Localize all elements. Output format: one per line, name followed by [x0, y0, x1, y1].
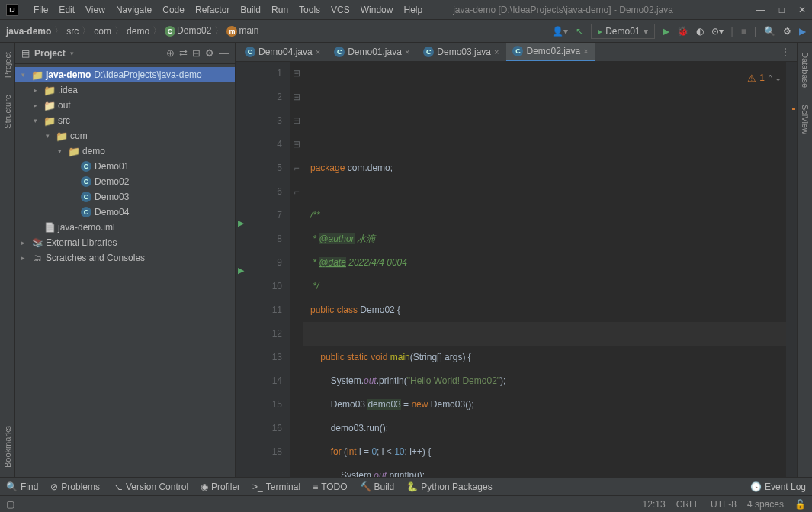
- right-tool-strip: DatabaseSciView: [797, 43, 812, 477]
- line-gutter: 1234567891011121314151618: [248, 62, 290, 477]
- toolbar-actions: 👤▾ ↖ ▸Demo01▾ ▶ 🐞 ◐ ⊙▾ | ■ | 🔍 ⚙ ▶: [552, 24, 806, 39]
- close-button[interactable]: ✕: [798, 5, 806, 15]
- stop-icon[interactable]: ■: [741, 26, 746, 37]
- hide-icon[interactable]: —: [219, 47, 229, 59]
- debug-icon[interactable]: 🐞: [677, 26, 688, 37]
- tree-item[interactable]: ▸.idea: [15, 82, 235, 98]
- tree-item[interactable]: ▾src: [15, 113, 235, 128]
- menu-edit[interactable]: Edit: [54, 3, 79, 17]
- close-tab-icon[interactable]: ×: [405, 47, 409, 56]
- rail-project[interactable]: Project: [3, 49, 12, 81]
- coverage-icon[interactable]: ◐: [696, 26, 704, 37]
- menu-view[interactable]: View: [81, 3, 110, 17]
- close-tab-icon[interactable]: ×: [494, 47, 499, 56]
- tree-item[interactable]: ▾java-demo D:\IdeaProjects\java-demo: [15, 67, 235, 82]
- menu-vcs[interactable]: VCS: [326, 3, 355, 17]
- profile-icon[interactable]: ⊙▾: [711, 26, 724, 37]
- readonly-icon[interactable]: 🔓: [794, 499, 806, 510]
- line-sep[interactable]: CRLF: [676, 499, 700, 510]
- run-config-selector[interactable]: ▸Demo01▾: [591, 24, 654, 39]
- run-gutter: ▶▶: [236, 62, 248, 477]
- bottom-python-packages[interactable]: 🐍Python Packages: [406, 481, 492, 492]
- build-icon[interactable]: ↖: [576, 26, 583, 37]
- settings-icon[interactable]: ⚙: [783, 26, 791, 37]
- breadcrumb-item[interactable]: mmain: [226, 25, 258, 37]
- encoding[interactable]: UTF-8: [711, 499, 737, 510]
- event-log-button[interactable]: 🕓Event Log: [750, 481, 806, 492]
- breadcrumb-item[interactable]: com: [94, 26, 111, 37]
- title-bar: IJ FileEditViewNavigateCodeRefactorBuild…: [0, 0, 812, 20]
- menu-code[interactable]: Code: [158, 3, 189, 17]
- panel-title: Project: [34, 48, 66, 59]
- project-view-icon: ▤: [21, 48, 30, 59]
- close-tab-icon[interactable]: ×: [316, 47, 320, 56]
- window-controls: — □ ✕: [756, 5, 806, 15]
- tab-options-icon[interactable]: ⋮: [780, 46, 791, 58]
- editor-tab[interactable]: CDemo04.java×: [239, 43, 326, 60]
- menu-help[interactable]: Help: [399, 3, 427, 17]
- breadcrumb-item[interactable]: CDemo02: [165, 25, 211, 37]
- bottom-terminal[interactable]: >_Terminal: [252, 481, 300, 492]
- tree-item[interactable]: ▸Scratches and Consoles: [15, 250, 235, 266]
- tree-item[interactable]: ▸out: [15, 98, 235, 113]
- tree-item[interactable]: CDemo01: [15, 159, 235, 174]
- menu-build[interactable]: Build: [236, 3, 265, 17]
- features-icon[interactable]: ▶: [799, 26, 806, 37]
- indent[interactable]: 4 spaces: [747, 499, 784, 510]
- toolbar: java-demo〉src〉com〉demo〉CDemo02〉mmain 👤▾ …: [0, 20, 812, 43]
- tree-item[interactable]: ▾com: [15, 128, 235, 143]
- tree-item[interactable]: java-demo.iml: [15, 220, 235, 235]
- editor[interactable]: ▶▶ 1234567891011121314151618 ⊟⊟⊟⊟⌐⌐ ⚠1 ^…: [236, 62, 797, 477]
- search-icon[interactable]: 🔍: [764, 26, 775, 37]
- main-menu: FileEditViewNavigateCodeRefactorBuildRun…: [29, 3, 427, 17]
- editor-tab[interactable]: CDemo03.java×: [417, 43, 505, 60]
- rail-structure[interactable]: Structure: [3, 92, 12, 132]
- bottom-find[interactable]: 🔍Find: [6, 481, 38, 492]
- close-tab-icon[interactable]: ×: [583, 47, 588, 56]
- editor-tab[interactable]: CDemo01.java×: [328, 43, 416, 60]
- tree-item[interactable]: CDemo04: [15, 204, 235, 220]
- menu-refactor[interactable]: Refactor: [191, 3, 234, 17]
- maximize-button[interactable]: □: [779, 5, 785, 15]
- app-logo: IJ: [6, 4, 18, 16]
- menu-tools[interactable]: Tools: [294, 3, 325, 17]
- code-area[interactable]: ⚠1 ^ ⌄ package com.demo; /** * @author 水…: [303, 62, 786, 477]
- breadcrumb-item[interactable]: src: [66, 26, 79, 37]
- editor-tab[interactable]: CDemo02.java×: [506, 43, 594, 61]
- tree-item[interactable]: ▾demo: [15, 143, 235, 159]
- tree-item[interactable]: CDemo02: [15, 174, 235, 189]
- gear-icon[interactable]: ⚙: [205, 47, 214, 59]
- breadcrumb-item[interactable]: demo: [127, 26, 149, 37]
- bottom-tool-bar: 🔍Find⊘Problems⌥Version Control◉Profiler>…: [0, 477, 812, 495]
- user-icon[interactable]: 👤▾: [552, 26, 568, 37]
- inspection-badge[interactable]: ⚠1: [747, 66, 765, 90]
- inspection-nav[interactable]: ^ ⌄: [769, 66, 782, 90]
- editor-scroll-marker-strip: [786, 62, 797, 477]
- breadcrumb: java-demo〉src〉com〉demo〉CDemo02〉mmain: [6, 24, 552, 37]
- window-title: java-demo [D:\IdeaProjects\java-demo] - …: [438, 5, 746, 15]
- rail-sciview[interactable]: SciView: [801, 101, 810, 137]
- menu-run[interactable]: Run: [267, 3, 293, 17]
- run-icon[interactable]: ▶: [663, 26, 669, 37]
- breadcrumb-item[interactable]: java-demo: [6, 26, 51, 37]
- bottom-build[interactable]: 🔨Build: [360, 481, 395, 492]
- collapse-icon[interactable]: ⊟: [192, 47, 201, 59]
- target-icon[interactable]: ⊕: [166, 47, 175, 59]
- tree-item[interactable]: ▸External Libraries: [15, 235, 235, 250]
- minimize-button[interactable]: —: [756, 5, 765, 15]
- rail-bookmarks[interactable]: Bookmarks: [3, 423, 12, 471]
- fold-column: ⊟⊟⊟⊟⌐⌐: [290, 62, 303, 477]
- bottom-todo[interactable]: ≡TODO: [313, 481, 347, 492]
- expand-icon[interactable]: ⇄: [179, 47, 188, 59]
- caret-position[interactable]: 12:13: [643, 499, 666, 510]
- menu-file[interactable]: File: [29, 3, 53, 17]
- rail-database[interactable]: Database: [801, 49, 810, 91]
- bottom-version-control[interactable]: ⌥Version Control: [112, 481, 188, 492]
- bottom-profiler[interactable]: ◉Profiler: [201, 481, 240, 492]
- menu-window[interactable]: Window: [356, 3, 398, 17]
- project-tree: ▾java-demo D:\IdeaProjects\java-demo▸.id…: [15, 64, 235, 477]
- tool-windows-icon[interactable]: ▢: [6, 499, 14, 510]
- tree-item[interactable]: CDemo03: [15, 189, 235, 204]
- menu-navigate[interactable]: Navigate: [111, 3, 156, 17]
- bottom-problems[interactable]: ⊘Problems: [50, 481, 100, 492]
